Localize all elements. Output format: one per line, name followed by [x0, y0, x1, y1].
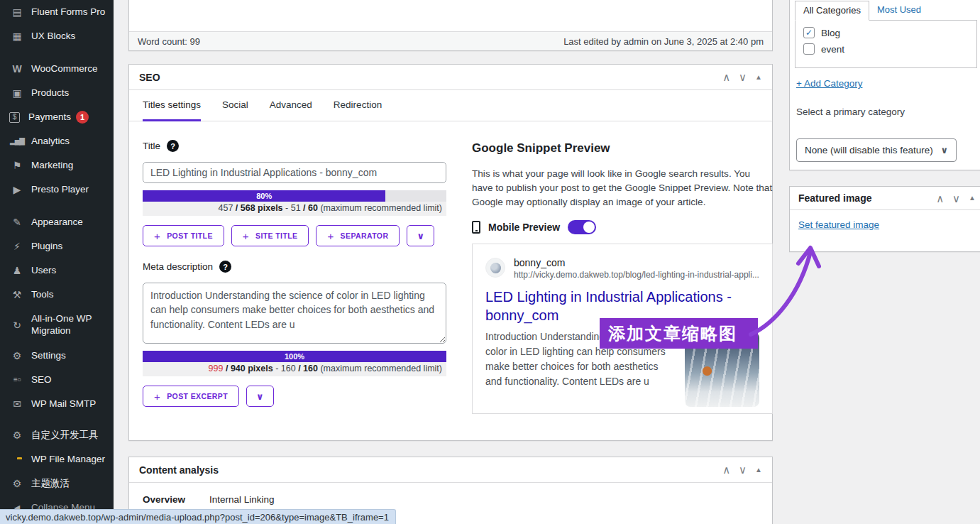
seo-metabox-header: SEO ∧ ∨ ▲ — [129, 65, 772, 90]
move-down-icon[interactable]: ∨ — [739, 72, 747, 82]
products-icon: ▣ — [9, 88, 26, 98]
title-label-text: Title — [143, 141, 160, 151]
tab-social[interactable]: Social — [222, 90, 248, 121]
seo-title-input[interactable] — [143, 162, 446, 183]
sidebar-item-label: Settings — [31, 350, 66, 362]
sidebar-item-settings[interactable]: ⚙ Settings — [0, 344, 114, 368]
tab-advanced[interactable]: Advanced — [270, 90, 312, 121]
move-down-icon[interactable]: ∨ — [739, 464, 747, 475]
sidebar-item-label: 主题激活 — [31, 478, 70, 490]
blog-checkbox[interactable]: ✓ — [803, 27, 815, 38]
tab-all-categories[interactable]: All Categories — [795, 1, 869, 21]
seo-tabs: Titles settings Social Advanced Redirect… — [129, 90, 772, 121]
tab-overview[interactable]: Overview — [143, 494, 185, 505]
sidebar-item-payments[interactable]: $ Payments 1 — [0, 105, 114, 129]
globe-icon — [485, 258, 505, 278]
payments-count-badge: 1 — [76, 111, 89, 124]
move-up-icon[interactable]: ∧ — [936, 193, 944, 204]
tab-internal-linking[interactable]: Internal Linking — [209, 494, 275, 505]
content-analysis-header: Content analysis ∧ ∨ ▲ — [129, 457, 772, 483]
content-analysis-tabs: Overview Internal Linking — [129, 483, 772, 505]
mobile-preview-label: Mobile Preview — [488, 222, 560, 233]
editor-box: Word count: 99 Last edited by admin on J… — [128, 0, 773, 51]
primary-category-select[interactable]: None (will disable this feature) ∨ — [796, 138, 957, 162]
brush-icon: ✎ — [9, 217, 26, 227]
sidebar-item-wp-file-manager[interactable]: WP File Manager — [0, 447, 114, 471]
snippet-url: http://vicky.demo.dakweb.top/blog/led-li… — [514, 270, 759, 280]
envelope-icon: ✉ — [9, 399, 26, 409]
sidebar-item-analytics[interactable]: ▂▅▇ Analytics — [0, 129, 114, 153]
annotation-callout: 添加文章缩略图 — [600, 318, 758, 349]
sidebar-item-all-in-one-wp-migration[interactable]: ↻ All-in-One WP Migration — [0, 307, 114, 344]
event-checkbox[interactable] — [803, 43, 815, 55]
chevron-down-icon: ∨ — [256, 391, 264, 402]
sidebar-item-custom-dev-tools[interactable]: ⚙ 自定义开发工具 — [0, 423, 114, 447]
category-checklist: ✓ Blog event — [795, 20, 977, 68]
sidebar-item-marketing[interactable]: ⚑ Marketing — [0, 153, 114, 178]
collapse-toggle-icon[interactable]: ▲ — [755, 466, 762, 474]
sidebar-item-woocommerce[interactable]: W WooCommerce — [0, 57, 114, 81]
gear-icon: ⚙ — [9, 430, 26, 440]
content-analysis-title: Content analysis — [139, 464, 219, 476]
mobile-preview-toggle[interactable] — [568, 220, 596, 234]
sidebar-item-label: Plugins — [31, 241, 62, 253]
meta-description-textarea[interactable]: Introduction Understanding the science o… — [143, 283, 446, 344]
google-snippet-description: This is what your page will look like in… — [472, 167, 773, 209]
sidebar-item-label: All-in-One WP Migration — [31, 313, 106, 337]
sidebar-item-products[interactable]: ▣ Products — [0, 81, 114, 105]
category-label: Blog — [821, 28, 840, 38]
tab-redirection[interactable]: Redirection — [334, 90, 382, 121]
move-up-icon[interactable]: ∧ — [722, 464, 730, 475]
sidebar-item-users[interactable]: ♟ Users — [0, 258, 114, 283]
browser-status-bar: vicky.demo.dakweb.top/wp-admin/media-upl… — [0, 509, 396, 524]
sidebar-item-appearance[interactable]: ✎ Appearance — [0, 210, 114, 234]
google-snippet-column: Google Snippet Preview This is what your… — [472, 134, 773, 414]
title-field-label: Title ? — [143, 140, 446, 152]
more-meta-tags-button[interactable]: ∨ — [246, 386, 274, 407]
sidebar-item-theme-activation[interactable]: ⚙ 主题激活 — [0, 471, 114, 496]
plus-icon: + — [154, 391, 160, 403]
sidebar-item-fluent-forms[interactable]: ▤ Fluent Forms Pro — [0, 0, 114, 24]
tab-most-used[interactable]: Most Used — [869, 1, 929, 20]
sidebar-item-label: Users — [31, 265, 56, 277]
wrench-icon: ⚒ — [9, 290, 26, 300]
add-category-link[interactable]: + Add Category — [796, 78, 862, 89]
editor-footer: Word count: 99 Last edited by admin on J… — [129, 31, 772, 50]
sidebar-item-label: Fluent Forms Pro — [31, 6, 105, 18]
seo-icon: ≡○ — [9, 376, 26, 383]
move-down-icon[interactable]: ∨ — [952, 193, 960, 204]
post-excerpt-button[interactable]: + POST EXCERPT — [143, 386, 239, 407]
sidebar-item-label: Tools — [31, 289, 54, 301]
title-progress-label: 80% — [256, 192, 272, 200]
status-url: vicky.demo.dakweb.top/wp-admin/media-upl… — [6, 512, 389, 523]
featured-image-title: Featured image — [798, 192, 871, 204]
chevron-down-icon: ∨ — [417, 231, 424, 241]
sidebar-item-label: Products — [31, 87, 69, 99]
sidebar-item-wp-mail-smtp[interactable]: ✉ WP Mail SMTP — [0, 392, 114, 416]
title-tag-buttons: + POST TITLE + SITE TITLE + SEPARATOR ∨ — [143, 225, 446, 246]
collapse-toggle-icon[interactable]: ▲ — [755, 74, 762, 81]
post-title-button[interactable]: + POST TITLE — [143, 225, 224, 246]
gear-icon: ⚙ — [9, 479, 26, 488]
title-settings-column: Title ? 80% 457 / 568 pixels - 51 / 60 (… — [143, 134, 446, 414]
sidebar-item-seo[interactable]: ≡○ SEO — [0, 368, 114, 392]
set-featured-image-link[interactable]: Set featured image — [798, 219, 879, 230]
plus-icon: + — [243, 230, 249, 242]
category-item-blog: ✓ Blog — [803, 27, 976, 38]
snippet-site-row: bonny_com http://vicky.demo.dakweb.top/b… — [485, 256, 759, 279]
meta-help-icon[interactable]: ? — [219, 261, 231, 273]
title-help-icon[interactable]: ? — [167, 140, 179, 152]
collapse-toggle-icon[interactable]: ▲ — [969, 195, 976, 202]
site-title-button[interactable]: + SITE TITLE — [231, 225, 309, 246]
sidebar-item-plugins[interactable]: ⚡ Plugins — [0, 234, 114, 258]
primary-category-label: Select a primary category — [796, 107, 905, 117]
sidebar-item-ux-blocks[interactable]: ▦ UX Blocks — [0, 24, 114, 48]
more-title-tags-button[interactable]: ∨ — [407, 225, 434, 246]
seo-metabox: SEO ∧ ∨ ▲ Titles settings Social Advance… — [128, 64, 773, 441]
sidebar-item-tools[interactable]: ⚒ Tools — [0, 283, 114, 307]
move-up-icon[interactable]: ∧ — [722, 72, 730, 82]
meta-label-text: Meta description — [143, 261, 213, 272]
sidebar-item-presto-player[interactable]: ▶ Presto Player — [0, 178, 114, 202]
separator-button[interactable]: + SEPARATOR — [316, 225, 400, 246]
tab-titles-settings[interactable]: Titles settings — [143, 90, 201, 121]
